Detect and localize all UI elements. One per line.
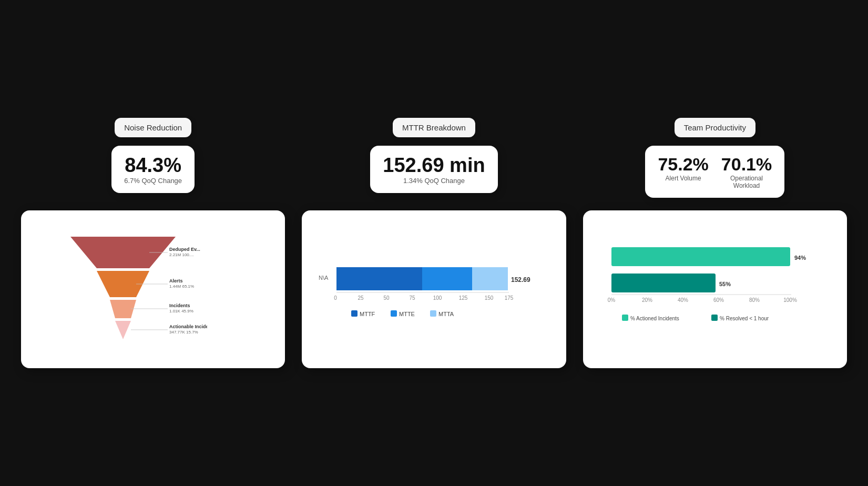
svg-text:55%: 55% xyxy=(719,281,731,287)
svg-rect-49 xyxy=(711,315,718,321)
noise-reduction-label-box: Noise Reduction xyxy=(115,118,191,137)
svg-text:150: 150 xyxy=(485,295,494,301)
svg-text:MTTA: MTTA xyxy=(438,311,454,317)
svg-text:40%: 40% xyxy=(678,297,688,303)
noise-reduction-title: Noise Reduction xyxy=(124,123,182,132)
operational-workload-item: 70.1% Operational Workload xyxy=(721,154,772,189)
svg-marker-3 xyxy=(115,321,131,339)
svg-text:347.77K 15.7%: 347.77K 15.7% xyxy=(169,330,198,335)
mttr-svg: N\A 152.69 0 25 50 75 100 125 150 175 xyxy=(314,242,535,337)
svg-rect-36 xyxy=(611,247,790,266)
hbar-chart: 94% 55% 0% 20% 40% 60% 80% 100% % Action… xyxy=(596,221,834,358)
svg-text:175: 175 xyxy=(505,295,514,301)
svg-text:60%: 60% xyxy=(713,297,724,303)
svg-text:50: 50 xyxy=(384,295,390,301)
svg-text:1.44M 65.1%: 1.44M 65.1% xyxy=(169,284,194,289)
team-productivity-value-box: 75.2% Alert Volume 70.1% Operational Wor… xyxy=(645,146,784,198)
mttr-title: MTTR Breakdown xyxy=(402,123,466,132)
productivity-svg: 94% 55% 0% 20% 40% 60% 80% 100% % Action… xyxy=(596,237,816,342)
productivity-chart-card: 94% 55% 0% 20% 40% 60% 80% 100% % Action… xyxy=(583,210,847,368)
svg-text:0%: 0% xyxy=(607,297,615,303)
svg-text:100%: 100% xyxy=(783,297,797,303)
svg-text:% Resolved < 1 hour: % Resolved < 1 hour xyxy=(720,316,769,321)
svg-rect-38 xyxy=(611,274,716,292)
mttr-value: 152.69 min xyxy=(383,154,485,177)
svg-text:N\A: N\A xyxy=(319,275,329,281)
funnel-container: Deduped Ev... 2.21M 100.... Alerts 1.44M… xyxy=(34,221,272,358)
svg-rect-47 xyxy=(622,315,628,321)
svg-text:75: 75 xyxy=(410,295,416,301)
dashboard: Noise Reduction 84.3% 6.7% QoQ Change MT… xyxy=(0,97,868,389)
mttr-change: 1.34% QoQ Change xyxy=(383,177,485,185)
mttr-value-box: 152.69 min 1.34% QoQ Change xyxy=(370,146,497,193)
team-productivity-dual: 75.2% Alert Volume 70.1% Operational Wor… xyxy=(658,154,772,189)
svg-text:MTTE: MTTE xyxy=(399,311,415,317)
noise-reduction-change: 6.7% QoQ Change xyxy=(124,177,182,185)
svg-rect-17 xyxy=(336,267,422,290)
svg-text:MTTF: MTTF xyxy=(360,311,375,317)
team-productivity-title: Team Productivity xyxy=(684,123,746,132)
svg-text:152.69: 152.69 xyxy=(511,276,530,284)
svg-text:80%: 80% xyxy=(749,297,760,303)
svg-text:Incidents: Incidents xyxy=(169,303,190,308)
svg-text:100: 100 xyxy=(433,295,442,301)
alert-volume-item: 75.2% Alert Volume xyxy=(658,154,708,189)
svg-text:0: 0 xyxy=(334,295,338,301)
svg-text:25: 25 xyxy=(358,295,364,301)
svg-text:Deduped Ev...: Deduped Ev... xyxy=(169,247,200,252)
team-productivity-label-box: Team Productivity xyxy=(675,118,755,137)
alert-volume-label: Alert Volume xyxy=(666,175,701,182)
funnel-svg: Deduped Ev... 2.21M 100.... Alerts 1.44M… xyxy=(39,226,207,352)
svg-rect-34 xyxy=(430,310,436,317)
operational-workload-value: 70.1% xyxy=(721,154,772,175)
svg-marker-2 xyxy=(110,300,136,318)
svg-text:Actionable Incidents: Actionable Incidents xyxy=(169,324,207,329)
bar-chart-area: N\A 152.69 0 25 50 75 100 125 150 175 xyxy=(314,221,553,358)
svg-rect-30 xyxy=(351,310,358,317)
mttr-cell: MTTR Breakdown 152.69 min 1.34% QoQ Chan… xyxy=(302,118,566,198)
alert-volume-value: 75.2% xyxy=(658,154,708,175)
svg-text:2.21M 100....: 2.21M 100.... xyxy=(169,252,194,257)
svg-text:1.01K 45.9%: 1.01K 45.9% xyxy=(169,309,193,313)
funnel-chart-card: Deduped Ev... 2.21M 100.... Alerts 1.44M… xyxy=(21,210,285,368)
svg-rect-19 xyxy=(472,267,508,290)
svg-text:94%: 94% xyxy=(794,255,806,261)
mttr-label-box: MTTR Breakdown xyxy=(393,118,475,137)
svg-text:20%: 20% xyxy=(642,297,652,303)
svg-rect-18 xyxy=(422,267,472,290)
noise-reduction-value-box: 84.3% 6.7% QoQ Change xyxy=(111,146,195,193)
operational-workload-label: Operational Workload xyxy=(726,175,768,189)
mttr-chart-card: N\A 152.69 0 25 50 75 100 125 150 175 xyxy=(302,210,566,368)
noise-reduction-value: 84.3% xyxy=(124,154,182,177)
svg-text:Alerts: Alerts xyxy=(169,278,183,284)
svg-text:% Actioned Incidents: % Actioned Incidents xyxy=(630,316,679,321)
svg-text:125: 125 xyxy=(459,295,468,301)
svg-rect-32 xyxy=(391,310,397,317)
noise-reduction-cell: Noise Reduction 84.3% 6.7% QoQ Change xyxy=(21,118,285,198)
team-productivity-cell: Team Productivity 75.2% Alert Volume 70.… xyxy=(583,118,847,198)
